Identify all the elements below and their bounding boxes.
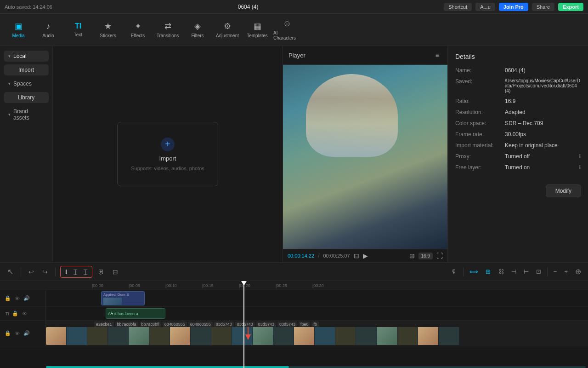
- ruler-marks: |00:00 |00:05 |00:10 |00:15 |00:20 |00:2…: [92, 283, 588, 288]
- track-eye-video[interactable]: 👁: [14, 330, 21, 337]
- merge-button[interactable]: ⊞: [483, 267, 493, 276]
- image-add-button[interactable]: ⊟: [110, 266, 121, 277]
- shortcut-button[interactable]: Shortcut: [444, 3, 472, 11]
- effects-label: Effects: [131, 33, 145, 38]
- user-button[interactable]: A...u: [475, 3, 495, 11]
- aspect-ratio-badge: 16:9: [418, 253, 433, 259]
- red-arrow-icon: [243, 327, 253, 341]
- modify-button[interactable]: Modify: [546, 184, 581, 197]
- ruler-mark-4: |00:20: [239, 283, 276, 288]
- detail-row-name: Name: 0604 (4): [455, 67, 581, 74]
- track-lock-sticker[interactable]: 🔒: [4, 294, 12, 302]
- sidebar-item-brand-assets[interactable]: ▾ Brand assets: [4, 106, 49, 123]
- export-button[interactable]: Export: [558, 3, 583, 11]
- clip-id-4: 604860555: [163, 322, 187, 327]
- details-title: Details: [455, 53, 581, 60]
- sidebar-item-spaces[interactable]: ▾ Spaces: [4, 78, 49, 89]
- tool-filters[interactable]: ◈ Filters: [184, 16, 211, 44]
- chain-button[interactable]: ⛓: [496, 267, 506, 276]
- track-lock-subtitle[interactable]: 🔒: [11, 310, 19, 317]
- thumb-14: [315, 327, 335, 345]
- add-track-button[interactable]: ⊕: [573, 266, 583, 277]
- distribute-button[interactable]: ⊢: [521, 267, 531, 276]
- tool-stickers[interactable]: ★ Stickers: [94, 16, 122, 44]
- thumb-15: [335, 327, 356, 345]
- tool-audio[interactable]: ♪ Audio: [34, 16, 62, 44]
- text-label: Text: [74, 32, 82, 37]
- brand-assets-label: Brand assets: [13, 108, 44, 121]
- ai-characters-icon: ☺: [283, 19, 291, 29]
- track-eye-subtitle[interactable]: 👁: [21, 310, 28, 317]
- align-button[interactable]: ⊣: [509, 267, 519, 276]
- import-plus-icon: +: [161, 138, 175, 151]
- grid-view-button[interactable]: ⊟: [354, 252, 359, 259]
- right-divider-1: [463, 267, 464, 276]
- import-zone[interactable]: + Import Supports: videos, audios, photo…: [117, 122, 218, 186]
- clip-id-labels: e2ecbe1 bb7ac8bfa bb7ac8bfi 604860555 60…: [94, 322, 319, 327]
- stickers-icon: ★: [104, 21, 112, 31]
- tool-effects[interactable]: ✦ Effects: [124, 16, 152, 44]
- join-pro-button[interactable]: Join Pro: [499, 3, 528, 11]
- detail-row-framerate: Frame rate: 30.00fps: [455, 131, 581, 138]
- zoom-in-button[interactable]: +: [562, 267, 570, 276]
- tool-transitions[interactable]: ⇄ Transitions: [154, 16, 181, 44]
- thumbnail-strip[interactable]: [46, 327, 586, 345]
- tool-adjustment[interactable]: ⚙ Adjustment: [214, 16, 241, 44]
- text-align-right-button[interactable]: ⌶: [81, 267, 90, 276]
- sticker-clip[interactable]: Applied Dom-S: [101, 291, 145, 305]
- thumb-19: [418, 327, 439, 345]
- thumb-11: [253, 327, 273, 345]
- player-title: Player: [288, 52, 305, 59]
- media-area: + Import Supports: videos, audios, photo…: [53, 46, 283, 262]
- redo-button[interactable]: ↪: [40, 266, 51, 277]
- detail-value-framerate: 30.00fps: [505, 131, 581, 138]
- detail-value-saved: /Users/topgus/Movies/CapCut/UserData/Pro…: [505, 78, 581, 93]
- library-button[interactable]: Library: [4, 92, 49, 103]
- detail-value-freelayer: Turned on: [505, 164, 573, 171]
- crop-button[interactable]: ⊞: [409, 252, 415, 259]
- sticker-clip-labels: Applied Dom-S: [102, 292, 144, 298]
- player-menu-button[interactable]: ≡: [433, 50, 442, 61]
- track-lock-video[interactable]: 🔒: [4, 329, 12, 337]
- import-button[interactable]: Import: [4, 64, 49, 75]
- applied-label: Applied: [103, 293, 116, 297]
- tool-media[interactable]: ▣ Media: [5, 16, 32, 44]
- track-audio-video[interactable]: 🔊: [23, 329, 31, 337]
- mic-button[interactable]: 🎙: [449, 267, 459, 276]
- fullscreen-button[interactable]: ⛶: [436, 252, 443, 259]
- track-eye-sticker[interactable]: 👁: [14, 295, 21, 302]
- track-audio-sticker[interactable]: 🔊: [23, 294, 31, 302]
- templates-label: Templates: [247, 33, 268, 38]
- share-button[interactable]: Share: [532, 3, 554, 11]
- right-divider-2: [547, 267, 548, 276]
- thumb-12: [273, 327, 294, 345]
- tool-templates[interactable]: ▦ Templates: [243, 16, 271, 44]
- player-header: Player ≡: [283, 46, 447, 65]
- split-link-button[interactable]: ⟺: [467, 267, 481, 276]
- zoom-out-button[interactable]: −: [551, 267, 560, 276]
- text-align-center-button[interactable]: ⌶: [71, 267, 80, 276]
- detail-value-proxy: Turned off: [505, 153, 573, 160]
- subtitle-clip[interactable]: Aϟ it has been a: [106, 308, 165, 319]
- undo-button[interactable]: ↩: [26, 266, 37, 277]
- thumb-17: [377, 327, 397, 345]
- import-supports-text: Supports: videos, audios, photos: [131, 166, 204, 171]
- clip-id-3: bb7ac8bfi: [140, 322, 161, 327]
- tool-text[interactable]: TI Text: [64, 16, 92, 44]
- protect-button[interactable]: ⛨: [95, 266, 107, 277]
- track-row-subtitle: TI 🔒 👁 Aϟ it has been a: [0, 307, 588, 321]
- freelayer-info-icon[interactable]: ℹ: [579, 164, 581, 171]
- text-align-left-button[interactable]: I: [62, 267, 70, 276]
- ai-characters-label: AI Characters: [273, 30, 301, 40]
- thumbnail-button[interactable]: ⊡: [534, 267, 543, 276]
- ruler-mark-6: |00:30: [312, 283, 349, 288]
- proxy-info-icon[interactable]: ℹ: [579, 153, 581, 160]
- player-controls: 00:00:14:22 / 00:00:25:07 ⊟ ▶ ⊞ 16:9 ⛶: [283, 249, 447, 262]
- tool-ai-characters[interactable]: ☺ AI Characters: [273, 16, 301, 44]
- thumb-8: [191, 327, 211, 345]
- cursor-tool-button[interactable]: ↖: [5, 265, 16, 278]
- sidebar-item-local[interactable]: ▾ Local: [4, 51, 49, 62]
- track-row-video: 🔒 👁 🔊 e2ecbe1 bb7ac8bfa bb7ac8bfi 604860…: [0, 321, 588, 346]
- play-button[interactable]: ▶: [363, 252, 368, 259]
- top-bar-actions: Shortcut A...u Join Pro Share Export: [444, 3, 583, 11]
